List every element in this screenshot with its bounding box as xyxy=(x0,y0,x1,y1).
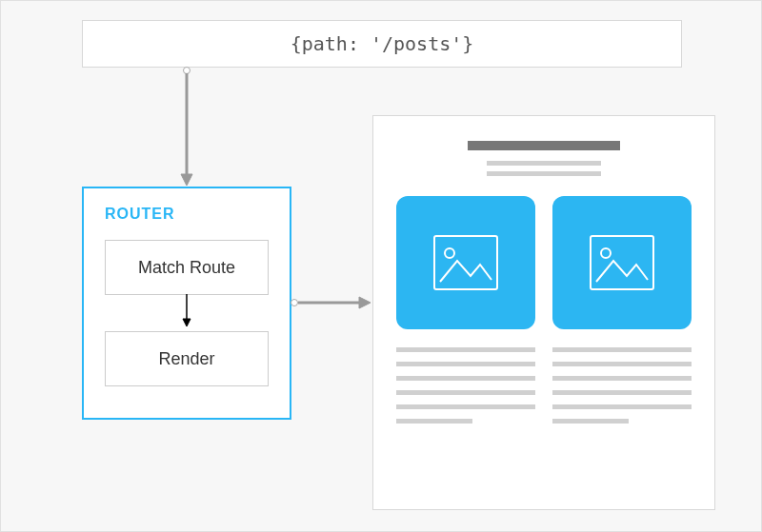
arrow-path-to-router xyxy=(177,73,196,187)
text-placeholder xyxy=(396,347,535,352)
path-object-box: {path: '/posts'} xyxy=(82,20,682,68)
router-step-render: Render xyxy=(105,331,269,386)
svg-marker-1 xyxy=(181,174,192,186)
text-placeholder xyxy=(396,419,472,424)
router-step-match: Match Route xyxy=(105,240,269,295)
page-subtitle-placeholder xyxy=(487,161,601,166)
card-row xyxy=(396,196,692,428)
image-placeholder xyxy=(552,196,692,329)
router-step-label: Match Route xyxy=(138,258,235,278)
text-placeholder xyxy=(396,404,535,409)
text-placeholder xyxy=(396,362,535,366)
post-card xyxy=(552,196,692,428)
rendered-page-wireframe xyxy=(372,115,715,510)
text-placeholder xyxy=(552,404,692,409)
image-icon xyxy=(432,234,499,291)
text-placeholder xyxy=(552,347,692,352)
svg-rect-8 xyxy=(591,236,653,289)
page-header xyxy=(396,141,692,179)
text-placeholder xyxy=(552,390,692,395)
page-subtitle-placeholder xyxy=(487,171,601,176)
text-placeholder xyxy=(396,390,535,395)
page-title-placeholder xyxy=(468,141,620,150)
svg-point-9 xyxy=(601,248,611,258)
post-card xyxy=(396,196,535,428)
arrow-match-to-render xyxy=(181,294,192,328)
svg-marker-5 xyxy=(359,297,371,308)
path-object-text: {path: '/posts'} xyxy=(291,32,474,55)
svg-point-7 xyxy=(445,248,454,258)
text-placeholder xyxy=(552,376,692,381)
image-icon xyxy=(589,234,655,291)
router-step-label: Render xyxy=(158,349,214,369)
arrow-router-to-page xyxy=(298,293,374,312)
text-placeholder xyxy=(552,362,692,366)
connector-dot xyxy=(291,299,298,306)
router-title: ROUTER xyxy=(105,206,269,223)
svg-marker-3 xyxy=(183,319,190,326)
svg-rect-6 xyxy=(434,236,497,289)
text-placeholder xyxy=(552,419,629,424)
text-placeholder xyxy=(396,376,535,381)
image-placeholder xyxy=(396,196,535,329)
